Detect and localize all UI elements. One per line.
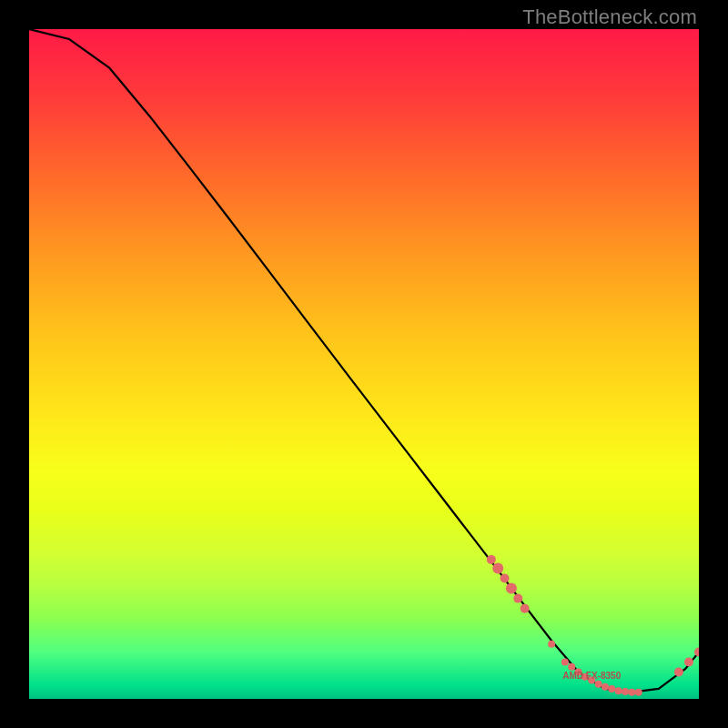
marker-dot — [595, 681, 602, 688]
marker-dot — [622, 688, 629, 695]
marker-dot — [608, 685, 615, 693]
marker-dot — [615, 687, 622, 694]
marker-dot — [521, 604, 530, 613]
marker-dot — [561, 659, 569, 666]
marker-dot — [492, 562, 503, 573]
marker-dot — [602, 683, 609, 691]
marker-dot — [628, 689, 635, 696]
plot-area: AMD FX-8350 — [29, 29, 699, 699]
marker-dot — [568, 663, 575, 671]
chart-overlay-svg: AMD FX-8350 — [29, 29, 699, 699]
marker-dot — [513, 594, 522, 603]
marker-label-text: AMD FX-8350 — [562, 671, 621, 681]
chart-frame: TheBottleneck.com AMD FX-8350 — [0, 0, 728, 728]
marker-dot — [694, 647, 699, 656]
marker-dot — [548, 641, 555, 648]
marker-dot — [635, 689, 642, 696]
marker-dot — [506, 583, 517, 594]
marker-dot — [674, 668, 683, 677]
curve-line — [29, 29, 699, 693]
marker-dot — [500, 574, 510, 583]
marker-dot — [487, 555, 496, 564]
marker-dot — [684, 658, 693, 667]
attribution-text: TheBottleneck.com — [522, 5, 697, 29]
